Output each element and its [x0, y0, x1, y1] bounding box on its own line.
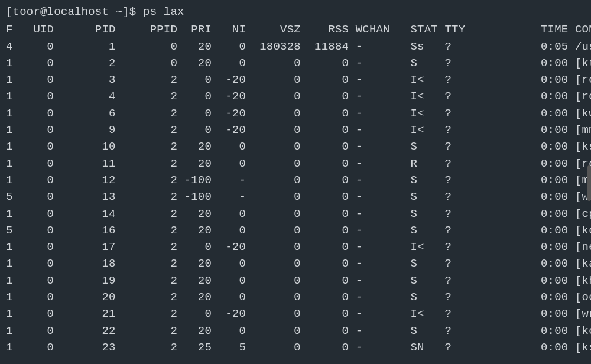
- ps-output-rows: 4 0 1 0 20 0 180328 11884 - Ss ? 0:05 /u…: [6, 38, 585, 356]
- process-row: 1 0 11 2 20 0 0 0 - R ? 0:00 [rcu_sc: [6, 155, 585, 172]
- process-row: 1 0 9 2 0 -20 0 0 - I< ? 0:00 [mm_per: [6, 122, 585, 138]
- scrollbar-thumb[interactable]: [587, 165, 591, 201]
- terminal-window[interactable]: [toor@localhost ~]$ ps lax F UID PID PPI…: [6, 4, 585, 360]
- process-row: 5 0 16 2 20 0 0 0 - S ? 0:00 [kdevtm: [6, 222, 585, 239]
- process-row: 1 0 4 2 0 -20 0 0 - I< ? 0:00 [rcu_pa: [6, 88, 585, 105]
- process-row: 1 0 22 2 20 0 0 0 - S ? 0:00 [kcompa: [6, 323, 585, 339]
- ps-header-row: F UID PID PPID PRI NI VSZ RSS WCHAN STAT…: [6, 21, 585, 38]
- process-row: 5 0 13 2 -100 - 0 0 - S ? 0:00 [watchd: [6, 188, 585, 205]
- process-row: 1 0 6 2 0 -20 0 0 - I< ? 0:00 [kworke: [6, 105, 585, 122]
- process-row: 1 0 3 2 0 -20 0 0 - I< ? 0:00 [rcu_gp: [6, 72, 585, 88]
- process-row: 1 0 19 2 20 0 0 0 - S ? 0:00 [khungt: [6, 272, 585, 289]
- process-row: 1 0 2 0 20 0 0 0 - S ? 0:00 [kthrea: [6, 55, 585, 72]
- prompt-line: [toor@localhost ~]$ ps lax: [6, 4, 585, 20]
- process-row: 1 0 17 2 0 -20 0 0 - I< ? 0:00 [netns]: [6, 239, 585, 255]
- process-row: 1 0 14 2 20 0 0 0 - S ? 0:00 [cpuhp/: [6, 206, 585, 222]
- process-row: 1 0 18 2 20 0 0 0 - S ? 0:00 [kaudit: [6, 255, 585, 272]
- command-text: ps lax: [143, 5, 184, 18]
- process-row: 1 0 10 2 20 0 0 0 - S ? 0:00 [ksofti: [6, 138, 585, 155]
- process-row: 1 0 21 2 0 -20 0 0 - I< ? 0:00 [writeb: [6, 306, 585, 322]
- shell-prompt: [toor@localhost ~]$: [6, 5, 143, 18]
- process-row: 1 0 12 2 -100 - 0 0 - S ? 0:00 [migrat: [6, 172, 585, 188]
- process-row: 4 0 1 0 20 0 180328 11884 - Ss ? 0:05 /u…: [6, 38, 585, 55]
- process-row: 1 0 20 2 20 0 0 0 - S ? 0:00 [oom_re: [6, 289, 585, 306]
- process-row: 1 0 23 2 25 5 0 0 - SN ? 0:00 [ksmd]: [6, 339, 585, 356]
